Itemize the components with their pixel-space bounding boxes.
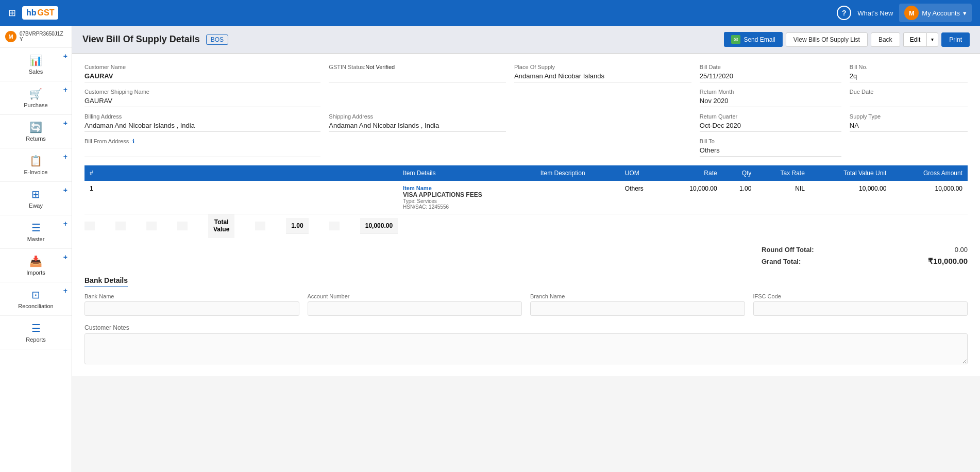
sidebar-item-purchase[interactable]: 🛒 Purchase + (0, 81, 72, 115)
place-of-supply-field: Place Of Supply Andaman And Nicobar Isla… (514, 64, 691, 82)
col-header-qty: Qty (722, 165, 757, 181)
einvoice-add-icon[interactable]: + (63, 153, 67, 161)
info-icon: ℹ (132, 138, 134, 144)
sidebar-item-einvoice[interactable]: 📋 E-Invoice + (0, 148, 72, 182)
sidebar-item-reports[interactable]: ☰ Reports (0, 316, 72, 349)
sidebar-item-label: Purchase (24, 102, 47, 108)
supply-type-value: NA (850, 121, 968, 132)
reports-icon: ☰ (31, 322, 41, 334)
col-header-num: # (85, 165, 398, 181)
edit-dropdown-button[interactable]: ▾ (926, 32, 938, 47)
col-header-gross-amount: Gross Amount (891, 165, 968, 181)
bank-name-label: Bank Name (85, 293, 299, 299)
ifsc-code-input[interactable] (753, 301, 968, 316)
sidebar-item-imports[interactable]: 📥 Imports + (0, 249, 72, 282)
bill-to-field: Bill To Others (700, 138, 841, 157)
bank-details-row: Bank Name Account Number Branch Name IFS… (85, 293, 968, 316)
grid-icon[interactable]: ⊞ (8, 7, 16, 19)
branch-name-input[interactable] (530, 301, 745, 316)
main-content: View Bill Of Supply Details BOS ✉ Send E… (72, 26, 980, 472)
help-icon[interactable]: ? (837, 6, 851, 20)
items-table: # Item Details Item Description UOM Rate… (85, 165, 968, 238)
logo-gst: GST (38, 8, 55, 18)
sidebar-item-reconciliation[interactable]: ⊡ Reconciliation + (0, 282, 72, 316)
shipping-address-value: Andaman And Nicobar Islands , India (329, 121, 506, 132)
supply-type-field: Supply Type NA (850, 113, 968, 132)
bank-name-input[interactable] (85, 301, 299, 316)
form-content: Customer Name GAURAV GSTIN Status:Not Ve… (72, 54, 980, 376)
row-uom: Others (620, 181, 664, 214)
edit-button[interactable]: Edit (903, 32, 927, 47)
branch-name-label: Branch Name (530, 293, 745, 299)
item-name-value: VISA APPLICATIONS FEES (403, 191, 530, 198)
gstin-status-value (329, 71, 506, 82)
grand-total-label: Grand Total: (762, 258, 801, 265)
row-qty: 1.00 (722, 181, 757, 214)
bos-badge: BOS (206, 35, 228, 45)
sidebar-item-sales[interactable]: 📊 Sales + (0, 48, 72, 81)
purchase-add-icon[interactable]: + (63, 86, 67, 94)
customer-name-field: Customer Name GAURAV (85, 64, 320, 82)
header-actions: ✉ Send Email View Bills Of Supply List B… (724, 32, 970, 47)
logo: hb GST (22, 6, 58, 20)
my-accounts-menu[interactable]: M My Accounts ▾ (899, 4, 972, 22)
sidebar-item-label: Eway (29, 203, 43, 209)
grand-total-value: ₹10,000.00 (916, 257, 968, 266)
sales-add-icon[interactable]: + (63, 52, 67, 60)
return-month-field: Return Month Nov 2020 (700, 89, 841, 107)
eway-icon: ⊞ (31, 188, 40, 200)
col-header-rate: Rate (664, 165, 722, 181)
sidebar-item-returns[interactable]: 🔄 Returns + (0, 115, 72, 148)
account-avatar: M (904, 6, 919, 20)
col-header-uom: UOM (620, 165, 664, 181)
row-total-value-unit: 10,000.00 (810, 181, 892, 214)
row-item-description (535, 181, 620, 214)
supply-type-label: Supply Type (850, 113, 968, 120)
due-date-value (850, 96, 968, 107)
account-number-input[interactable] (308, 301, 522, 316)
reconciliation-add-icon[interactable]: + (63, 286, 67, 295)
send-email-button[interactable]: ✉ Send Email (724, 32, 782, 47)
sidebar-user-avatar: M (5, 31, 16, 42)
bank-details-section: Bank Details Bank Name Account Number Br… (85, 276, 968, 316)
customer-notes-textarea[interactable] (85, 333, 968, 364)
chevron-down-icon: ▾ (963, 9, 967, 17)
bill-no-label: Bill No. (850, 64, 968, 70)
branch-name-field: Branch Name (530, 293, 745, 316)
place-of-supply-label: Place Of Supply (514, 64, 691, 70)
imports-icon: 📥 (29, 255, 42, 267)
shipping-address-label: Shipping Address (329, 113, 506, 120)
sidebar-item-label: Reconciliation (18, 303, 53, 309)
bill-date-label: Bill Date (700, 64, 841, 70)
customer-notes-label: Customer Notes (85, 324, 968, 331)
due-date-label: Due Date (850, 89, 968, 95)
shipping-address-field: Shipping Address Andaman And Nicobar Isl… (329, 113, 506, 132)
item-type: Type: Services (403, 198, 530, 204)
reconciliation-icon: ⊡ (31, 289, 40, 301)
row-gross-amount: 10,000.00 (891, 181, 968, 214)
customer-name-value: GAURAV (85, 71, 320, 82)
sidebar-item-label: Imports (26, 269, 45, 276)
master-add-icon[interactable]: + (63, 220, 67, 228)
imports-add-icon[interactable]: + (63, 253, 67, 261)
sidebar-item-eway[interactable]: ⊞ Eway + (0, 182, 72, 215)
grand-total-row: Grand Total: ₹10,000.00 (762, 257, 968, 266)
eway-add-icon[interactable]: + (63, 186, 67, 194)
whats-new-link[interactable]: What's New (857, 9, 893, 17)
ifsc-code-label: IFSC Code (753, 293, 968, 299)
send-email-label: Send Email (744, 36, 775, 43)
sidebar-item-label: Sales (29, 69, 43, 75)
bill-no-field: Bill No. 2q (850, 64, 968, 82)
round-off-row: Round Off Total: 0.00 (762, 246, 968, 254)
sidebar-item-master[interactable]: ☰ Master + (0, 215, 72, 249)
view-list-button[interactable]: View Bills Of Supply List (786, 32, 868, 47)
returns-add-icon[interactable]: + (63, 119, 67, 127)
print-button[interactable]: Print (941, 32, 970, 47)
back-button[interactable]: Back (871, 32, 900, 47)
bill-date-field: Bill Date 25/11/2020 (700, 64, 841, 82)
return-month-label: Return Month (700, 89, 841, 95)
due-date-field: Due Date (850, 89, 968, 107)
page-header: View Bill Of Supply Details BOS ✉ Send E… (72, 26, 980, 54)
customer-shipping-name-value: GAURAV (85, 96, 320, 107)
einvoice-icon: 📋 (29, 155, 42, 167)
